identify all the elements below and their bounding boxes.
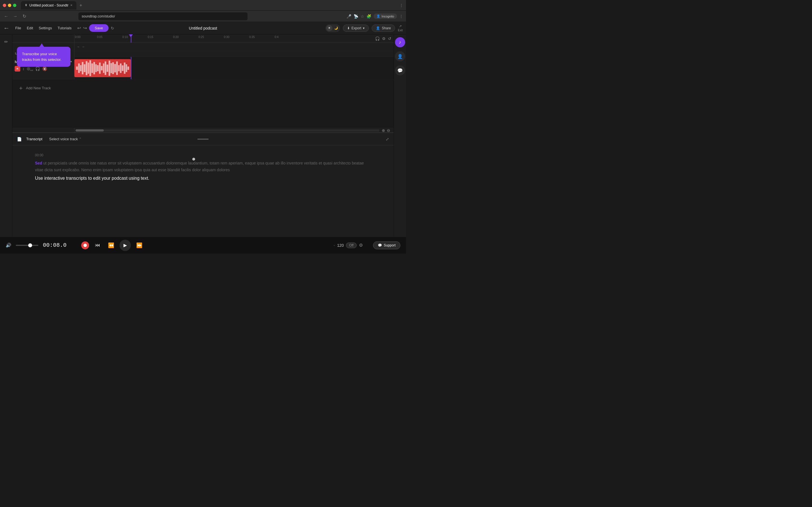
edit-menu[interactable]: Edit xyxy=(27,26,33,30)
voice-track-chevron-icon: ⌃ xyxy=(79,137,82,141)
ruler-mark-5: 0:25 xyxy=(199,36,204,39)
tab-bar: 🎙 Untitled podcast - Soundtr ✕ + xyxy=(21,1,397,10)
settings-menu[interactable]: Settings xyxy=(39,26,52,30)
undo-redo-controls: ↩ ↪ xyxy=(77,25,87,31)
transcript-text-body: ut perspiciatis unde omnis iste natus er… xyxy=(35,161,364,172)
volume-knob-icon[interactable]: ◎vol xyxy=(27,66,33,71)
exit-icon: ↗ xyxy=(399,24,402,28)
dark-theme-button[interactable]: 🌙 xyxy=(333,25,339,31)
support-button[interactable]: 💬 Support xyxy=(373,241,400,249)
extensions-icon[interactable]: 🧩 xyxy=(366,14,371,18)
transcript-section: 📄 Transcript Select voice track ⌃ ⤢ Tran… xyxy=(12,132,394,253)
transcript-expand-button[interactable]: ⤢ xyxy=(386,137,389,142)
browser-more-icon[interactable]: ⋮ xyxy=(400,3,403,7)
menu-items: File Edit Settings Tutorials xyxy=(15,26,71,30)
headphone-icon[interactable]: 🎧 xyxy=(375,36,380,41)
bpm-value: 120 xyxy=(337,243,344,247)
ruler-marks: 0:00 0:05 0:10 0:15 0:20 0:25 0:30 0:35 … xyxy=(74,34,394,43)
audio-clip[interactable] xyxy=(74,59,131,77)
ruler-mark-2: 0:10 xyxy=(122,36,128,39)
scrollbar-row: ⊕ ⊖ xyxy=(12,128,394,132)
waveform xyxy=(74,59,131,77)
voice-track-selector[interactable]: Select voice track ⌃ xyxy=(47,136,84,142)
music-note-icon[interactable]: ♪ xyxy=(395,37,405,47)
separator: - xyxy=(334,243,335,247)
maximize-button[interactable] xyxy=(13,4,16,7)
play-button[interactable]: ▶ xyxy=(119,240,131,251)
incognito-button[interactable]: 👤 Incognito xyxy=(373,13,397,19)
rewind-button[interactable]: ⏪ xyxy=(106,240,116,250)
share-icon: 👤 xyxy=(376,26,380,30)
mic-track-controls: R ↕ ◎vol 🎧 🔇 xyxy=(15,66,72,71)
fast-forward-button[interactable]: ⏩ xyxy=(134,240,144,250)
star-icon[interactable]: ☆ xyxy=(361,14,364,18)
light-theme-button[interactable]: ☀ xyxy=(326,25,333,31)
zoom-out-button[interactable]: ⊖ xyxy=(387,128,390,133)
pen-tool-icon[interactable]: ✏ xyxy=(2,37,11,46)
track-cursor-icon[interactable]: ↕ xyxy=(22,66,24,71)
theme-toggle: ☀ 🌙 xyxy=(325,24,340,32)
record-arm-button[interactable]: R xyxy=(15,66,20,71)
back-nav-button[interactable]: ← xyxy=(3,13,10,20)
mute-icon[interactable]: 🔇 xyxy=(42,66,47,71)
ruler-header xyxy=(12,34,74,43)
url-input[interactable] xyxy=(79,12,248,20)
zoom-in-button[interactable]: ⊕ xyxy=(382,128,385,133)
scrollbar-thumb[interactable] xyxy=(75,129,104,131)
horizontal-scrollbar[interactable] xyxy=(75,129,379,131)
ruler-mark-0: 0:00 xyxy=(75,36,80,39)
tracks-area: 0:00 0:05 0:10 0:15 0:20 0:25 0:30 0:35 … xyxy=(12,34,394,253)
active-tab[interactable]: 🎙 Untitled podcast - Soundtr ✕ xyxy=(21,1,77,10)
gear-icon[interactable]: ⚙ xyxy=(382,36,386,41)
volume-icon[interactable]: 🔊 xyxy=(6,242,11,248)
share-button[interactable]: 👤 Share xyxy=(371,24,395,32)
playback-settings-icon[interactable]: ⚙ xyxy=(359,242,363,248)
save-button[interactable]: Save xyxy=(89,24,109,32)
add-track-button[interactable]: ＋ Add New Track xyxy=(18,84,51,92)
cast-icon[interactable]: 📡 xyxy=(354,14,358,18)
new-tab-button[interactable]: + xyxy=(78,2,84,9)
redo-button[interactable]: ↪ xyxy=(83,25,87,31)
minimize-button[interactable] xyxy=(8,4,11,7)
volume-slider[interactable] xyxy=(16,245,38,246)
exit-button[interactable]: ↗ Exit xyxy=(398,24,403,32)
app-back-button[interactable]: ← xyxy=(3,24,10,32)
ruler-mark-4: 0:20 xyxy=(173,36,179,39)
reload-button[interactable]: ↻ xyxy=(21,13,28,20)
transcript-drag-handle[interactable] xyxy=(197,138,209,140)
loop-icon[interactable]: ↺ xyxy=(388,36,391,41)
forward-nav-button[interactable]: → xyxy=(12,13,18,20)
transcript-cta: Use interactive transcripts to edit your… xyxy=(35,176,371,181)
left-sidebar: ✏ xyxy=(0,34,12,253)
headphone-monitor-icon[interactable]: 🎧 xyxy=(35,66,40,71)
refresh-icon[interactable]: ↻ xyxy=(111,26,114,31)
bpm-display: - 120 Off ⚙ xyxy=(334,242,363,248)
undo-button[interactable]: ↩ xyxy=(77,25,81,31)
scrollbar-content: ⊕ ⊖ xyxy=(74,128,394,132)
transcript-highlight: Sed xyxy=(35,161,42,165)
timeline-ruler: 0:00 0:05 0:10 0:15 0:20 0:25 0:30 0:35 … xyxy=(12,34,394,43)
comment-icon[interactable]: 💬 xyxy=(395,65,405,75)
file-menu[interactable]: File xyxy=(15,26,21,30)
export-chevron-icon: ▾ xyxy=(363,26,364,30)
range-start: → xyxy=(77,45,80,48)
tutorials-menu[interactable]: Tutorials xyxy=(57,26,71,30)
mic-track-content[interactable] xyxy=(74,57,394,79)
tab-close-icon[interactable]: ✕ xyxy=(70,4,72,7)
app-menu-bar: ← File Edit Settings Tutorials ↩ ↪ Save … xyxy=(0,22,406,34)
volume-thumb[interactable] xyxy=(28,243,32,247)
person-voice-icon[interactable]: 👤 xyxy=(395,51,405,61)
plus-icon: ＋ xyxy=(18,84,24,92)
off-badge[interactable]: Off xyxy=(346,242,357,248)
close-button[interactable] xyxy=(3,4,6,7)
record-button[interactable] xyxy=(81,241,89,249)
skip-to-start-button[interactable]: ⏮ xyxy=(93,240,103,250)
tracks-scroll-area: Mic ••• R ↕ ◎vol 🎧 🔇 xyxy=(12,57,394,128)
mic-icon[interactable]: 🎤 xyxy=(347,14,351,18)
playback-controls: ⏮ ⏪ ▶ ⏩ xyxy=(81,240,144,251)
menu-icon[interactable]: ⋮ xyxy=(399,14,403,18)
add-track-row[interactable]: ＋ Add New Track xyxy=(12,79,394,96)
support-label: Support xyxy=(384,243,396,247)
ruler-mark-3: 0:15 xyxy=(148,36,153,39)
export-button[interactable]: ⬇ Export ▾ xyxy=(343,24,369,32)
